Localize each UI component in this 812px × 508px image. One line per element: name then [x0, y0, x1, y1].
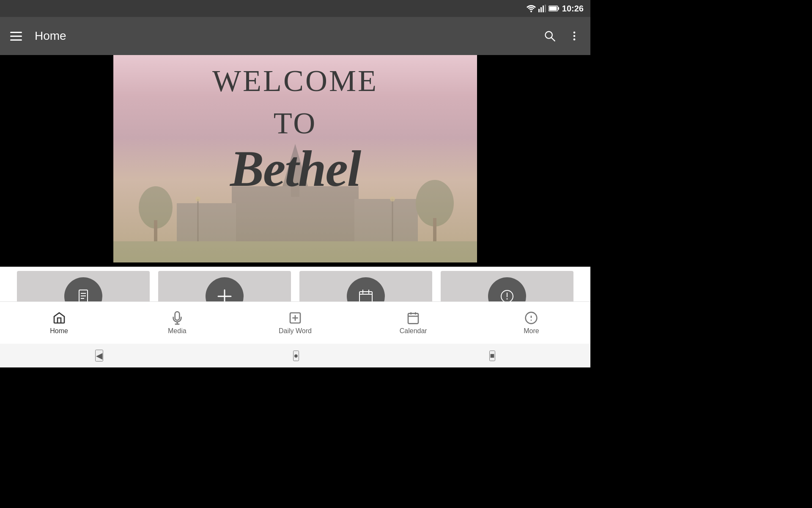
system-nav: ◀ ● ■ [0, 344, 590, 367]
welcome-text-line1: WELCOME [113, 64, 477, 99]
search-icon [544, 30, 556, 42]
brand-name: Bethel [113, 140, 477, 198]
recent-icon: ■ [490, 351, 495, 360]
battery-icon [549, 6, 560, 11]
home-system-icon: ● [294, 351, 299, 360]
nav-label-media: Media [168, 327, 187, 335]
time-display: 10:26 [562, 4, 584, 14]
svg-rect-7 [549, 7, 557, 11]
svg-point-49 [531, 320, 532, 321]
signal-icon [538, 5, 546, 12]
nav-label-calendar: Calendar [400, 327, 427, 335]
svg-point-11 [573, 35, 576, 37]
svg-rect-6 [558, 7, 559, 10]
app-bar-left: Home [10, 29, 66, 43]
nav-item-home[interactable]: Home [0, 311, 118, 335]
nav-label-daily-word: Daily Word [279, 327, 312, 335]
svg-rect-17 [177, 203, 236, 241]
nav-item-daily-word[interactable]: Daily Word [236, 311, 354, 335]
home-icon [52, 311, 66, 325]
nav-label-home: Home [50, 327, 68, 335]
status-bar: 10:26 [0, 0, 590, 17]
welcome-text-line2: TO [113, 106, 477, 141]
status-icons: 10:26 [527, 4, 584, 14]
hero-image: WELCOME TO Bethel [113, 55, 477, 262]
more-vertical-icon [568, 30, 580, 42]
svg-rect-20 [154, 220, 157, 241]
svg-point-10 [573, 32, 576, 34]
app-bar-right [544, 30, 580, 42]
calendar-icon [406, 311, 420, 325]
hero-section: WELCOME TO Bethel [0, 55, 590, 262]
daily-word-icon [288, 311, 302, 325]
svg-rect-2 [540, 7, 542, 12]
nav-item-calendar[interactable]: Calendar [354, 311, 472, 335]
nav-item-media[interactable]: Media [118, 311, 236, 335]
more-icon [524, 311, 538, 325]
media-icon [170, 311, 184, 325]
menu-button[interactable] [10, 32, 22, 41]
svg-rect-18 [354, 199, 418, 241]
nav-label-more: More [524, 327, 539, 335]
svg-point-37 [507, 298, 508, 300]
recent-button[interactable]: ■ [489, 351, 496, 361]
back-button[interactable]: ◀ [95, 350, 103, 362]
more-options-button[interactable] [568, 30, 580, 42]
svg-rect-3 [543, 6, 544, 12]
search-button[interactable] [544, 30, 556, 42]
bottom-nav: Home Media Daily Word [0, 301, 590, 344]
back-icon: ◀ [96, 351, 102, 361]
svg-rect-43 [408, 313, 418, 323]
wifi-icon [527, 5, 536, 12]
svg-rect-1 [538, 9, 540, 12]
page-title: Home [35, 29, 66, 43]
app-bar: Home [0, 17, 590, 55]
svg-rect-4 [545, 5, 546, 12]
svg-rect-13 [113, 241, 477, 262]
svg-point-12 [573, 39, 576, 41]
svg-point-0 [530, 11, 532, 12]
home-button[interactable]: ● [293, 351, 299, 361]
nav-item-more[interactable]: More [472, 311, 590, 335]
svg-rect-22 [433, 218, 436, 241]
svg-line-9 [551, 38, 555, 41]
